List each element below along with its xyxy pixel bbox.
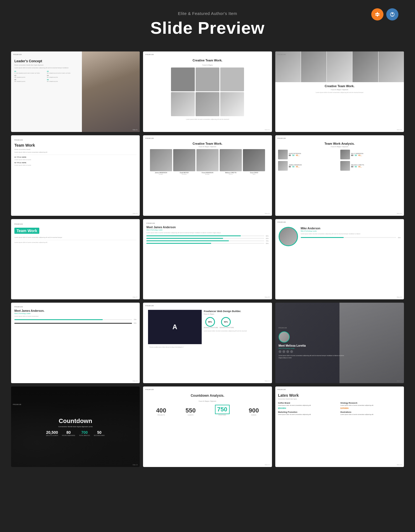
premium-label-4: PREMIUM bbox=[14, 139, 136, 141]
slide-card-2[interactable]: PREMIUM Creative Team Work. Fusce Ac Mag… bbox=[143, 51, 272, 132]
analysis-photo-1 bbox=[278, 150, 288, 159]
slide1-tag6: 06WE CREATED A SITE bbox=[47, 79, 78, 82]
svg-marker-3 bbox=[377, 15, 378, 17]
card10-content: Meet James Anderson. Web & Technology Le… bbox=[14, 309, 136, 324]
photo-cell-2 bbox=[196, 68, 219, 91]
portrait-role-1: Designer bbox=[159, 173, 163, 175]
big-num-item-4: 900 BONDS bbox=[249, 407, 259, 416]
slide11-stats: 65% DESIGN STRUCTURE 90% DESIGN STRUCTUR… bbox=[204, 317, 267, 328]
work-title-1: Coffee Brand bbox=[278, 402, 339, 404]
big-num-item-2: 550 CLIENTS bbox=[185, 407, 196, 416]
cnt-num-1: 20,500 bbox=[46, 430, 58, 435]
slide-card-6[interactable]: PREMIUM Team Work Analysis. Fusce Ac Mag… bbox=[275, 135, 404, 216]
card7-content: Team Work Lorem ipsum dolor sit amet con… bbox=[14, 228, 136, 243]
header-subtitle: Elite & Featured Author's Item bbox=[6, 11, 409, 16]
slide-card-13[interactable]: PREMIUM Countdown Consectetur blandit di… bbox=[11, 386, 140, 467]
slide-card-15[interactable]: PREMIUM Lates Work Consectetur blandit d… bbox=[275, 386, 404, 467]
slide-card-4[interactable]: PREMIUM Team Work Donec consectetur blan… bbox=[11, 135, 140, 216]
slide-num-4: Slide 04 bbox=[133, 213, 138, 214]
slide13-subtitle: Consectetur blandit diam ligula dignissi… bbox=[46, 426, 105, 427]
progress-fill-3 bbox=[146, 240, 229, 241]
slide10-body: Lorem ipsum dolor sit amet consectetur bbox=[14, 315, 136, 317]
cnt-num-4: 50 bbox=[94, 430, 105, 435]
work-item-3: Marketing Promotion Lorem ipsum dolor si… bbox=[278, 411, 339, 415]
portrait-3: Fiona ANDERSON Manager bbox=[196, 149, 219, 175]
slide1-tag2: 02WE CREATED A SITE WITH FUNNY LETTERS bbox=[47, 71, 78, 74]
slide1-body: Lorem ipsum dolor sit amet consectetur a… bbox=[14, 67, 79, 69]
slide3-photo5 bbox=[378, 51, 404, 82]
slide12-subtitle: Web & Technology Leader bbox=[279, 347, 346, 349]
slide-card-9[interactable]: PREMIUM Mike Anderson Web & Technology L… bbox=[275, 219, 404, 300]
premium-label-6: PREMIUM bbox=[277, 137, 286, 139]
big-num-item-3: 750 POSITIONS bbox=[215, 405, 230, 416]
photo-cell-1 bbox=[171, 68, 195, 91]
cnt-label-4: SECONDS AWAY bbox=[94, 435, 105, 436]
photo-cell-4 bbox=[171, 92, 195, 116]
slide-num-2: Slide 02 bbox=[265, 129, 270, 131]
premium-label-9: PREMIUM bbox=[277, 221, 286, 223]
slide5-content: Creative Team Work. Fusce Ac Magna • Dig… bbox=[146, 142, 269, 177]
work-price-1: $500BN bbox=[278, 407, 339, 409]
progress-track-4 bbox=[146, 243, 264, 244]
card1-photo-inner bbox=[82, 51, 140, 132]
slide8-title: Meet James Anderson bbox=[146, 226, 268, 229]
slide9-track bbox=[301, 237, 396, 238]
slide-card-12[interactable]: PREMIUM Meet Melissa Loretta Web & Techn… bbox=[275, 303, 404, 383]
slide-num-9: Slide 09 bbox=[397, 296, 402, 298]
slide8-subtitle: Web & Technology Leader bbox=[146, 229, 268, 231]
slide10-track-2 bbox=[14, 323, 132, 324]
photo-cell-6 bbox=[220, 92, 244, 116]
slide3-photo1 bbox=[275, 51, 301, 82]
card10-text: PREMIUM Meet James Anderson. Web & Techn… bbox=[11, 303, 140, 383]
big-num-3: 750 bbox=[215, 405, 230, 414]
portrait-1: James ANDERSON Designer bbox=[150, 149, 172, 175]
slide14-big-nums: 400 PROJECTS 550 CLIENTS 750 POSITIONS 9… bbox=[146, 405, 268, 416]
big-num-label-4: BONDS bbox=[249, 414, 259, 416]
slide1-tag1: 0101. WE CREATED A SITE WITH FUNNY LETTE… bbox=[14, 71, 46, 74]
slide6-content: Team Work Analysis. Fusce Ac Magna • Dig… bbox=[278, 142, 401, 171]
cnt-label-3: TOTAL MINUTES bbox=[79, 435, 90, 436]
slide-num-6: Slide 06 bbox=[397, 213, 402, 214]
progress-track-3 bbox=[146, 240, 264, 241]
slide12-body: Lorem ipsum dolor sit amet consectetur a… bbox=[279, 355, 346, 359]
photo-cell-3 bbox=[220, 68, 244, 91]
svg-point-5 bbox=[392, 13, 393, 14]
progress-track-1 bbox=[146, 235, 264, 236]
slide-card-5[interactable]: PREMIUM Creative Team Work. Fusce Ac Mag… bbox=[143, 135, 272, 216]
slide-card-7[interactable]: PREMIUM Team Work Lorem ipsum dolor sit … bbox=[11, 219, 140, 300]
big-num-item-1: 400 PROJECTS bbox=[156, 407, 166, 416]
slide4-body: Lorem ipsum dolor sit amet consectetur a… bbox=[14, 151, 136, 153]
big-num-1: 400 bbox=[156, 407, 166, 414]
slide7-title-highlight: Team Work bbox=[14, 228, 39, 234]
slide14-title: Countdown Analysis. bbox=[146, 394, 268, 398]
slide1-title: Leader's Concept bbox=[14, 59, 79, 63]
portrait-img-2 bbox=[173, 149, 195, 171]
slide-card-10[interactable]: PREMIUM Meet James Anderson. Web & Techn… bbox=[11, 303, 140, 383]
slide9-text: Mike Anderson Web & Technology Leader Lo… bbox=[301, 227, 401, 239]
slide12-social bbox=[279, 350, 346, 353]
slide4-style2: 02 TITLE HERE bbox=[14, 162, 136, 164]
slide10-progress-1: 75% bbox=[14, 319, 136, 320]
slide15-work-grid: Coffee Brand Lorem ipsum dolor sit amet … bbox=[278, 402, 401, 415]
slide-card-14[interactable]: PREMIUM Countdown Analysis. Fusce Ac Mag… bbox=[143, 386, 272, 467]
cnt-item-1: 20,500 DAYS TO LAUNCH bbox=[46, 430, 58, 436]
svg-marker-2 bbox=[377, 12, 378, 13]
premium-label-11: PREMIUM bbox=[145, 305, 154, 307]
slide13-content: PREMIUM Countdown Consectetur blandit di… bbox=[46, 417, 105, 436]
slide15-subtitle: Consectetur blandit diam ligula bbox=[278, 398, 401, 400]
slide-card-8[interactable]: PREMIUM Meet James Anderson Web & Techno… bbox=[143, 219, 272, 300]
slide11-title: Freelancer Web Design Builder. bbox=[204, 310, 267, 313]
portrait-role-2: Developer bbox=[182, 173, 187, 175]
portrait-2: David MEYER Developer bbox=[173, 149, 195, 175]
slide-card-3[interactable]: PREMIUM Creative Team Work. Fusce Ac Mag… bbox=[275, 51, 404, 132]
analysis-photo-4 bbox=[340, 161, 350, 171]
slide-card-11[interactable]: PREMIUM A "Success usually comes to thos… bbox=[143, 303, 272, 383]
slide-card-1[interactable]: PREMIUM Leader's Concept Donec consectet… bbox=[11, 51, 140, 132]
slide-num-14: Slide 14 bbox=[265, 464, 270, 466]
slide11-left: A "Success usually comes to those who ar… bbox=[148, 310, 201, 378]
slide2-body: Lorem ipsum dolor sit amet consectetur a… bbox=[146, 118, 268, 120]
slide3-body: Lorem ipsum dolor sit amet consectetur a… bbox=[279, 92, 401, 93]
slide11-a-letter: A bbox=[172, 323, 177, 331]
slide11-desc: Lorem ipsum dolor sit amet consectetur a… bbox=[204, 330, 267, 332]
slide9-body: Lorem ipsum dolor sit amet consectetur a… bbox=[301, 233, 401, 235]
